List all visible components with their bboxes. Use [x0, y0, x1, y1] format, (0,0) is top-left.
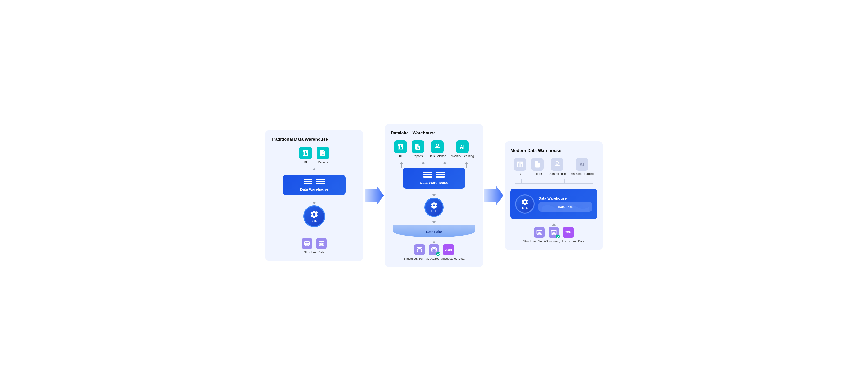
mod-src-db1 — [534, 227, 545, 238]
modern-top-icons: BI Reports Data Science AI — [514, 158, 594, 175]
bi-label: BI — [304, 161, 307, 164]
dl-vl-etl-lake — [434, 218, 434, 221]
mod-center-line — [510, 184, 597, 188]
mod-ds-icon — [554, 161, 561, 168]
mod-vl3 — [564, 179, 565, 183]
dl-dw-icons — [424, 172, 444, 178]
dw-table-icon2 — [316, 178, 325, 185]
trad-dw-label: Data Warehouse — [300, 187, 329, 191]
mod-wave-svg — [538, 202, 592, 212]
svg-point-6 — [305, 241, 310, 242]
arrow-up-2 — [422, 162, 425, 164]
svg-rect-12 — [424, 176, 432, 178]
svg-point-21 — [551, 229, 556, 231]
dl-bi-box — [394, 140, 407, 153]
dl-dw-table1 — [424, 172, 432, 178]
dl-vl-dw-etl — [434, 191, 434, 194]
mod-ml-label: Machine Learning — [571, 172, 594, 175]
dl-arrow-down — [432, 194, 436, 197]
mod-db2-icon — [551, 229, 557, 236]
dl-arr-up-src — [432, 241, 436, 243]
dl-source-label: Structured, Semi-Structured, Unstructure… — [404, 257, 465, 260]
svg-rect-1 — [304, 181, 312, 182]
dl-datalake-block: Data Lake — [393, 225, 475, 237]
datalake-dw-box: Datalake - Warehouse BI Reports — [385, 124, 483, 267]
mod-reports-box — [531, 158, 544, 171]
mod-dw-label: Data Warehouse — [538, 196, 592, 200]
bi-icon-item: BI — [299, 147, 312, 164]
dl-vl-src — [434, 237, 434, 241]
arrow2-container — [483, 185, 505, 206]
mod-bi-label: BI — [519, 172, 522, 175]
trad-etl-label: ETL — [311, 219, 317, 223]
trad-source-icons — [302, 238, 327, 249]
mod-ml-box: AI — [576, 158, 588, 171]
dl-db1-icon — [416, 246, 423, 253]
vl3 — [444, 164, 445, 168]
mod-json-badge: JSON — [563, 227, 574, 238]
svg-rect-3 — [316, 178, 325, 180]
mod-bi-item: BI — [514, 158, 526, 175]
arrow-up-icon — [312, 168, 316, 170]
traditional-title: Traditional Data Warehouse — [271, 137, 328, 142]
svg-rect-10 — [424, 172, 432, 173]
dl-datalake-label: Data Lake — [426, 230, 442, 234]
dl-ml-label: Machine Learning — [451, 155, 474, 158]
datalake-top-icons: BI Reports Data Science AI — [394, 140, 474, 158]
mod-bi-box — [514, 158, 526, 171]
modern-dw-box: Modern Data Warehouse BI Reports — [505, 141, 603, 250]
trad-source-label: Structured Data — [304, 251, 324, 254]
dl-reports-icon — [414, 143, 422, 150]
mod-datalake-inner: Data Lake — [538, 202, 592, 212]
mod-reports-item: Reports — [531, 158, 544, 175]
mod-bot-vl — [554, 219, 554, 223]
dl-top-arrows — [391, 162, 477, 168]
vert-line3 — [314, 228, 314, 232]
svg-rect-5 — [316, 183, 325, 185]
vl4 — [466, 164, 467, 168]
dl-middle-area: ETL — [391, 191, 477, 224]
traditional-top-icons: BI Reports — [299, 147, 329, 164]
mod-vl1 — [521, 179, 522, 183]
mod-vl4 — [586, 179, 586, 183]
dl-arr3 — [443, 162, 446, 168]
dl-ds-label: Data Science — [429, 155, 446, 158]
mod-bottom-arrow — [552, 219, 556, 226]
trad-arrow-down1 — [312, 198, 316, 204]
mod-source-label: Structured, Semi-Structured, Unstructure… — [523, 240, 584, 243]
mod-check-icon — [556, 234, 560, 239]
dl-bi-item: BI — [394, 140, 407, 158]
vert-line — [314, 170, 314, 175]
dl-json-badge: JSON — [443, 245, 454, 255]
datalake-title: Datalake - Warehouse — [391, 131, 436, 136]
mod-arr-up-src — [552, 223, 556, 226]
dl-arr1 — [400, 162, 403, 168]
dl-ds-box — [431, 140, 444, 153]
dl-reports-item: Reports — [411, 140, 424, 158]
arrow-up-3 — [443, 162, 446, 164]
modern-title: Modern Data Warehouse — [510, 148, 561, 153]
etl-gear-icon — [310, 210, 318, 219]
mod-bi-icon — [517, 161, 524, 168]
big-arrow-2 — [484, 185, 503, 206]
bi-chart-icon — [302, 149, 309, 157]
reports-icon — [319, 149, 327, 157]
dw-table-icon1 — [304, 178, 312, 185]
bi-icon-box — [299, 147, 312, 159]
dl-dw-label: Data Warehouse — [420, 180, 448, 185]
mod-center-vl — [554, 184, 554, 188]
svg-marker-18 — [484, 186, 503, 205]
mod-ml-item: AI Machine Learning — [571, 158, 594, 175]
dl-ml-item: AI Machine Learning — [451, 140, 474, 158]
source-db-icon2 — [316, 238, 327, 249]
mod-source-icons: JSON — [534, 227, 574, 238]
svg-rect-0 — [304, 178, 312, 180]
dl-db2-icon — [431, 246, 437, 253]
mod-etl-circle: ETL — [515, 194, 534, 214]
mod-ml-icon: AI — [579, 161, 586, 168]
datalake-content: BI Reports Data Science AI — [391, 140, 477, 260]
traditional-dw-box: Traditional Data Warehouse BI Reports — [265, 130, 363, 261]
mod-ds-item: Data Science — [549, 158, 566, 175]
mod-top-connectors — [510, 179, 597, 183]
dl-bi-label: BI — [399, 155, 402, 158]
